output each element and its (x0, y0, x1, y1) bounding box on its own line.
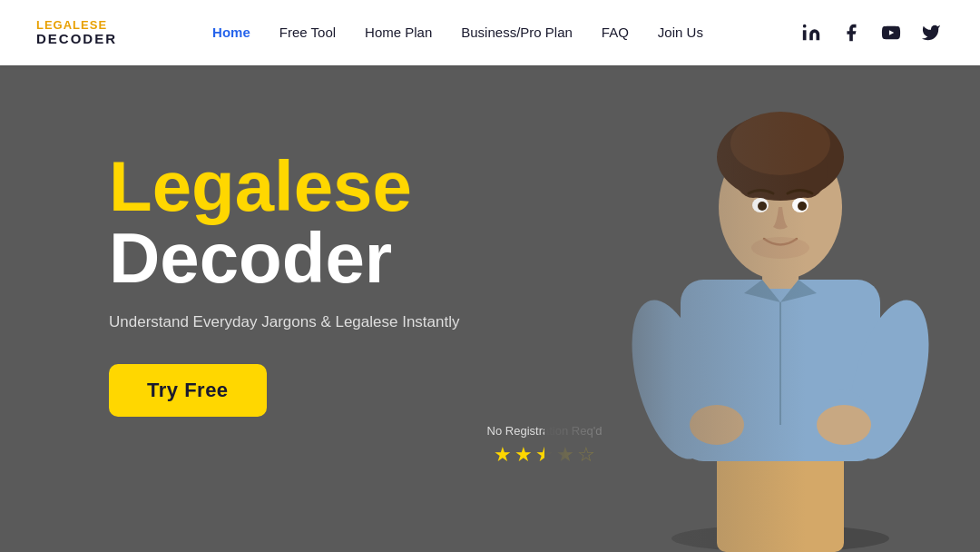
star-half: ☆ (577, 443, 595, 467)
navbar: LEGALESE DECODER Home Free Tool Home Pla… (0, 0, 980, 65)
social-icons (799, 20, 944, 45)
twitter-icon[interactable] (918, 20, 944, 45)
hero-title-white: Decoder (109, 222, 980, 296)
nav-faq[interactable]: FAQ (602, 25, 629, 40)
hero-title-yellow: Legalese (109, 151, 980, 222)
star-2: ★ (514, 443, 533, 467)
try-free-button[interactable]: Try Free (109, 364, 267, 417)
logo[interactable]: LEGALESE DECODER (36, 19, 117, 47)
logo-bottom: DECODER (36, 32, 117, 47)
star-1: ★ (494, 443, 512, 467)
nav-links: Home Free Tool Home Plan Business/Pro Pl… (212, 25, 703, 41)
hero-content: Legalese Decoder Understand Everyday Jar… (0, 151, 980, 468)
cta-group: Try Free No Registration Req'd ★ ★ ★ ★ ☆ (109, 364, 980, 467)
star-3: ★ (535, 443, 554, 467)
hero-subtitle: Understand Everyday Jargons & Legalese I… (109, 313, 980, 331)
nav-free-tool[interactable]: Free Tool (279, 25, 336, 40)
facebook-icon[interactable] (838, 20, 864, 45)
svg-point-1 (803, 25, 807, 28)
nav-home-plan[interactable]: Home Plan (365, 25, 432, 40)
no-registration-text: No Registration Req'd (109, 424, 980, 438)
nav-business-plan[interactable]: Business/Pro Plan (461, 25, 573, 40)
hero-section: Legalese Decoder Understand Everyday Jar… (0, 65, 980, 552)
star-rating: ★ ★ ★ ★ ☆ (109, 443, 980, 467)
svg-rect-0 (803, 30, 807, 40)
youtube-icon[interactable] (878, 20, 904, 45)
logo-top: LEGALESE (36, 19, 117, 32)
linkedin-icon[interactable] (799, 20, 824, 45)
nav-home[interactable]: Home (212, 25, 250, 40)
nav-join-us[interactable]: Join Us (658, 25, 703, 40)
star-4: ★ (556, 443, 574, 467)
